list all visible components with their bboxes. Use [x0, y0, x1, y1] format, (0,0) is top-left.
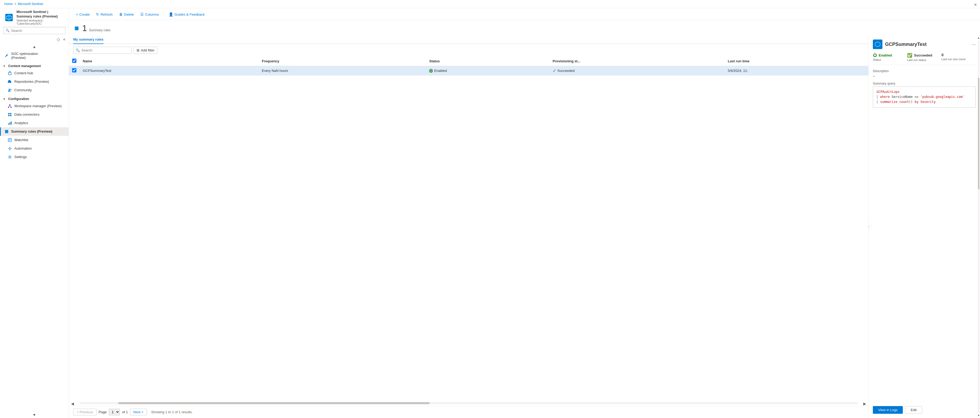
row-last-run: 5/6/2024, 11: — [725, 66, 868, 76]
sidebar-section-content-management[interactable]: ∨ Content management — [0, 62, 69, 69]
check-icon: ✓ — [553, 68, 556, 73]
svg-rect-18 — [10, 122, 10, 125]
sidebar-search-box[interactable]: 🔍 — [3, 27, 65, 34]
row-checkbox[interactable] — [72, 68, 76, 72]
sidebar-label: Workspace manager (Preview) — [14, 104, 62, 108]
add-filter-button[interactable]: ⊞ Add filter — [134, 47, 157, 54]
stat-last-run-status: ✅ Succeeded Last run status — [907, 53, 941, 62]
sidebar-scroll-down[interactable]: ▼ — [33, 413, 37, 417]
sidebar-nav: SOC optimization(Preview) ∨ Content mana… — [0, 50, 69, 412]
sidebar-label: Settings — [14, 155, 27, 159]
chevron-down-icon: ∨ — [3, 64, 5, 67]
sidebar-item-settings[interactable]: Settings — [0, 153, 69, 161]
toolbar-separator — [164, 12, 164, 17]
page-select[interactable]: 1 — [109, 409, 120, 415]
automation-icon — [8, 146, 12, 151]
detail-scroll: Description -- Summary query GCPAuditLog… — [873, 69, 976, 403]
count-area: 1 Summary rules — [69, 20, 980, 35]
scroll-right-arrow[interactable]: ▶ — [863, 402, 866, 406]
table-section: My summary rules 🔍 ⊞ Add filter — [69, 35, 869, 418]
select-all-header[interactable] — [69, 57, 80, 66]
count-cube-icon — [74, 26, 79, 31]
detail-title: GCPSummaryTest — [885, 41, 927, 47]
svg-rect-5 — [8, 72, 11, 75]
sidebar-label: Community — [14, 88, 32, 92]
sidebar-item-watchlist[interactable]: Watchlist — [0, 136, 69, 144]
detail-more-icon[interactable]: ··· — [972, 41, 976, 47]
sidebar-item-label: SOC optimization(Preview) — [11, 52, 38, 60]
svg-point-9 — [8, 107, 9, 108]
sidebar-scroll-up[interactable]: ▲ — [33, 45, 37, 49]
sidebar-label: Automation — [14, 146, 32, 150]
detail-scrollbar-thumb[interactable] — [978, 78, 980, 190]
sidebar-item-data-connectors[interactable]: Data connectors — [0, 110, 69, 119]
stat-status: ⏻ Enabled Status — [873, 53, 907, 62]
stat-last-run-row: 0 Last run row count — [942, 53, 976, 62]
app-title: Microsoft Sentinel | Summary rules (Prev… — [16, 10, 64, 19]
table-row[interactable]: GCPSummaryTest Every NaN hours Enabled — [69, 66, 868, 76]
sidebar-item-content-hub[interactable]: Content hub — [0, 69, 69, 78]
columns-button[interactable]: ☰ Columns — [138, 11, 161, 18]
detail-scroll-down[interactable]: ▼ — [977, 414, 980, 417]
sidebar-item-summary-rules[interactable]: Summary rules (Preview) — [0, 127, 69, 136]
scroll-thumb[interactable] — [118, 402, 430, 404]
svg-rect-16 — [10, 115, 11, 116]
svg-rect-22 — [8, 138, 11, 141]
breadcrumb-home[interactable]: Home — [4, 2, 13, 6]
view-in-logs-button[interactable]: View in Logs — [873, 406, 903, 414]
code-line-3: | summarize count() by Severity — [876, 100, 972, 105]
sidebar-item-analytics[interactable]: Analytics — [0, 119, 69, 127]
col-last-run: Last run time — [725, 57, 868, 66]
edit-button[interactable]: Edit — [905, 406, 922, 414]
scroll-left-arrow[interactable]: ◀ — [71, 402, 74, 406]
svg-point-7 — [10, 89, 11, 90]
sidebar-section-configuration[interactable]: ∨ Configuration — [0, 94, 69, 102]
code-line-2: | where ServiceName == 'pubsub.googleapi… — [876, 94, 972, 100]
row-provisioning: ✓ Succeeded — [550, 66, 725, 76]
table-wrapper: Name Frequency Status Provisioning st...… — [69, 57, 868, 401]
breadcrumb-current[interactable]: Microsoft Sentinel — [18, 2, 43, 6]
sidebar-item-soc-optimization[interactable]: SOC optimization(Preview) — [0, 50, 69, 62]
col-name: Name — [80, 57, 259, 66]
detail-query: Summary query GCPAuditLogs | where Servi… — [873, 82, 976, 108]
toolbar: + Create ↻ Refresh 🗑 Delete ☰ Columns — [73, 11, 976, 18]
prev-button[interactable]: < Previous — [73, 409, 97, 415]
create-button[interactable]: + Create — [73, 11, 92, 18]
sidebar-label: Watchlist — [14, 138, 28, 142]
breadcrumb: Home > Microsoft Sentinel — [0, 0, 980, 8]
sidebar-diamond-btn[interactable]: ◇ — [56, 37, 61, 43]
detail-scroll-up[interactable]: ▲ — [977, 37, 980, 39]
svg-rect-19 — [11, 121, 12, 125]
sidebar-item-workspace-manager[interactable]: Workspace manager (Preview) — [0, 102, 69, 110]
sidebar-item-community[interactable]: Community — [0, 86, 69, 94]
summary-count: 1 — [82, 23, 87, 33]
row-status: Enabled — [426, 66, 549, 76]
svg-point-10 — [11, 107, 12, 108]
svg-point-8 — [9, 104, 10, 105]
guides-icon: 👤 — [169, 12, 173, 16]
guides-button[interactable]: 👤 Guides & Feedback — [166, 11, 207, 18]
summary-label: Summary rules — [89, 29, 111, 32]
row-frequency: Every NaN hours — [259, 66, 426, 76]
select-all-checkbox[interactable] — [72, 59, 76, 63]
table-search-input[interactable] — [81, 48, 129, 52]
tab-my-summary-rules[interactable]: My summary rules — [73, 35, 103, 44]
status-label: Status — [873, 58, 903, 61]
refresh-button[interactable]: ↻ Refresh — [93, 11, 115, 18]
table-search-box[interactable]: 🔍 — [73, 47, 132, 54]
last-run-status-value: Succeeded — [914, 53, 932, 57]
row-checkbox-cell[interactable] — [69, 66, 80, 76]
sidebar-search-input[interactable] — [11, 29, 63, 33]
detail-header: GCPSummaryTest ··· — [873, 40, 976, 49]
sidebar-item-automation[interactable]: Automation — [0, 144, 69, 153]
sidebar-collapse-btn[interactable]: « — [62, 37, 67, 43]
next-button[interactable]: Next > — [130, 409, 147, 415]
delete-button[interactable]: 🗑 Delete — [116, 11, 137, 18]
detail-panel-toggle[interactable]: » — [869, 224, 872, 230]
summary-rules-table: Name Frequency Status Provisioning st...… — [69, 57, 868, 76]
sidebar-item-repositories[interactable]: Repositories (Preview) — [0, 78, 69, 86]
horizontal-scrollbar[interactable] — [79, 402, 858, 404]
content-area: + Create ↻ Refresh 🗑 Delete ☰ Columns — [69, 8, 980, 418]
query-label: Summary query — [873, 82, 976, 86]
refresh-icon: ↻ — [96, 12, 99, 16]
